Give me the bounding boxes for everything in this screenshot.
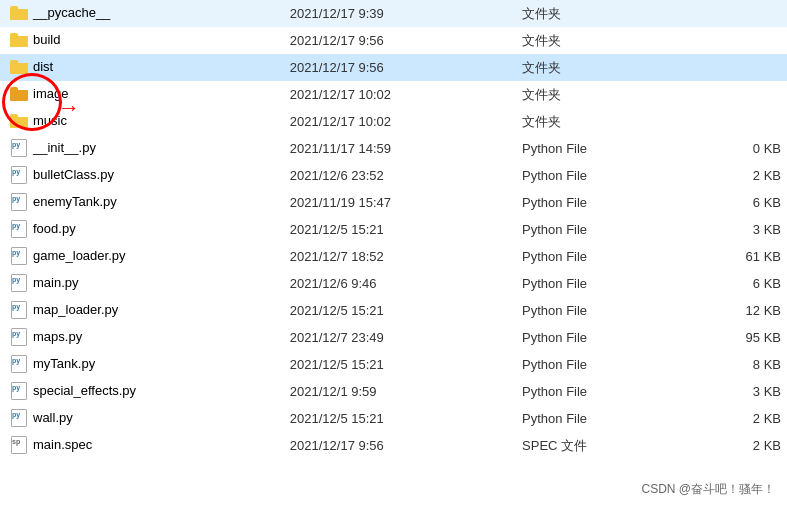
file-name-label: __init__.py — [33, 140, 96, 155]
table-row[interactable]: myTank.py 2021/12/5 15:21 Python File 8 … — [0, 351, 787, 378]
file-size-cell: 12 KB — [684, 297, 787, 324]
file-icon-name: __init__.py — [10, 138, 96, 156]
file-size-cell: 2 KB — [684, 162, 787, 189]
file-type-cell: Python File — [516, 189, 684, 216]
file-name-cell[interactable]: music — [0, 108, 284, 135]
table-row[interactable]: map_loader.py 2021/12/5 15:21 Python Fil… — [0, 297, 787, 324]
file-icon-name: bulletClass.py — [10, 165, 114, 183]
file-date-cell: 2021/12/17 9:39 — [284, 0, 516, 27]
table-row[interactable]: game_loader.py 2021/12/7 18:52 Python Fi… — [0, 243, 787, 270]
file-type-cell: Python File — [516, 135, 684, 162]
file-name-label: myTank.py — [33, 356, 95, 371]
file-icon-name: dist — [10, 59, 53, 74]
file-icon-name: special_effects.py — [10, 381, 136, 399]
python-file-icon — [10, 381, 28, 399]
file-name-label: main.py — [33, 275, 79, 290]
file-name-label: maps.py — [33, 329, 82, 344]
file-name-cell[interactable]: image — [0, 81, 284, 108]
file-name-cell[interactable]: main.spec — [0, 432, 284, 459]
file-date-cell: 2021/11/19 15:47 — [284, 189, 516, 216]
table-row[interactable]: music 2021/12/17 10:02 文件夹 — [0, 108, 787, 135]
file-type-cell: SPEC 文件 — [516, 432, 684, 459]
file-name-cell[interactable]: dist — [0, 54, 284, 81]
python-file-icon — [10, 219, 28, 237]
file-name-cell[interactable]: bulletClass.py — [0, 162, 284, 189]
file-name-cell[interactable]: maps.py — [0, 324, 284, 351]
file-name-label: build — [33, 32, 60, 47]
file-type-cell: 文件夹 — [516, 81, 684, 108]
file-size-cell: 2 KB — [684, 405, 787, 432]
file-type-cell: Python File — [516, 405, 684, 432]
file-type-cell: Python File — [516, 270, 684, 297]
file-name-label: enemyTank.py — [33, 194, 117, 209]
file-name-cell[interactable]: main.py — [0, 270, 284, 297]
file-type-cell: Python File — [516, 351, 684, 378]
table-row[interactable]: maps.py 2021/12/7 23:49 Python File 95 K… — [0, 324, 787, 351]
table-row[interactable]: build 2021/12/17 9:56 文件夹 — [0, 27, 787, 54]
file-size-cell — [684, 0, 787, 27]
file-name-label: main.spec — [33, 437, 92, 452]
table-row[interactable]: __init__.py 2021/11/17 14:59 Python File… — [0, 135, 787, 162]
file-date-cell: 2021/12/5 15:21 — [284, 351, 516, 378]
file-name-cell[interactable]: enemyTank.py — [0, 189, 284, 216]
file-name-label: special_effects.py — [33, 383, 136, 398]
table-row[interactable]: main.py 2021/12/6 9:46 Python File 6 KB — [0, 270, 787, 297]
file-icon-name: music — [10, 113, 67, 128]
python-file-icon — [10, 192, 28, 210]
file-size-cell: 2 KB — [684, 432, 787, 459]
file-type-cell: Python File — [516, 243, 684, 270]
file-date-cell: 2021/12/5 15:21 — [284, 297, 516, 324]
file-icon-name: main.py — [10, 273, 79, 291]
file-name-cell[interactable]: map_loader.py — [0, 297, 284, 324]
file-icon-name: enemyTank.py — [10, 192, 117, 210]
file-icon-name: build — [10, 32, 60, 47]
table-row[interactable]: food.py 2021/12/5 15:21 Python File 3 KB — [0, 216, 787, 243]
file-size-cell: 8 KB — [684, 351, 787, 378]
file-icon-name: food.py — [10, 219, 76, 237]
file-name-label: dist — [33, 59, 53, 74]
file-type-cell: Python File — [516, 297, 684, 324]
file-name-label: bulletClass.py — [33, 167, 114, 182]
file-icon-name: wall.py — [10, 408, 73, 426]
table-row[interactable]: special_effects.py 2021/12/1 9:59 Python… — [0, 378, 787, 405]
file-name-cell[interactable]: wall.py — [0, 405, 284, 432]
file-name-cell[interactable]: special_effects.py — [0, 378, 284, 405]
file-icon-name: game_loader.py — [10, 246, 126, 264]
file-name-cell[interactable]: game_loader.py — [0, 243, 284, 270]
file-name-label: music — [33, 113, 67, 128]
table-row[interactable]: wall.py 2021/12/5 15:21 Python File 2 KB — [0, 405, 787, 432]
file-name-label: wall.py — [33, 410, 73, 425]
file-name-cell[interactable]: myTank.py — [0, 351, 284, 378]
file-date-cell: 2021/12/6 9:46 — [284, 270, 516, 297]
file-icon-name: myTank.py — [10, 354, 95, 372]
table-row[interactable]: dist 2021/12/17 9:56 文件夹 — [0, 54, 787, 81]
table-row[interactable]: image 2021/12/17 10:02 文件夹 — [0, 81, 787, 108]
file-date-cell: 2021/12/5 15:21 — [284, 216, 516, 243]
spec-file-icon — [10, 435, 28, 453]
file-date-cell: 2021/12/17 9:56 — [284, 27, 516, 54]
python-file-icon — [10, 408, 28, 426]
table-row[interactable]: main.spec 2021/12/17 9:56 SPEC 文件 2 KB — [0, 432, 787, 459]
file-name-cell[interactable]: build — [0, 27, 284, 54]
file-date-cell: 2021/12/17 10:02 — [284, 108, 516, 135]
file-type-cell: Python File — [516, 162, 684, 189]
file-table: __pycache__ 2021/12/17 9:39 文件夹 build 20… — [0, 0, 787, 459]
table-row[interactable]: bulletClass.py 2021/12/6 23:52 Python Fi… — [0, 162, 787, 189]
python-file-icon — [10, 273, 28, 291]
file-type-cell: 文件夹 — [516, 0, 684, 27]
python-file-icon — [10, 327, 28, 345]
python-file-icon — [10, 165, 28, 183]
file-name-label: image — [33, 86, 68, 101]
table-row[interactable]: __pycache__ 2021/12/17 9:39 文件夹 — [0, 0, 787, 27]
file-name-cell[interactable]: __init__.py — [0, 135, 284, 162]
watermark: CSDN @奋斗吧！骚年！ — [641, 481, 775, 498]
file-date-cell: 2021/12/7 18:52 — [284, 243, 516, 270]
file-size-cell — [684, 54, 787, 81]
file-name-cell[interactable]: __pycache__ — [0, 0, 284, 27]
file-size-cell: 6 KB — [684, 189, 787, 216]
file-type-cell: 文件夹 — [516, 108, 684, 135]
file-date-cell: 2021/12/17 10:02 — [284, 81, 516, 108]
file-name-label: game_loader.py — [33, 248, 126, 263]
file-name-cell[interactable]: food.py — [0, 216, 284, 243]
table-row[interactable]: enemyTank.py 2021/11/19 15:47 Python Fil… — [0, 189, 787, 216]
